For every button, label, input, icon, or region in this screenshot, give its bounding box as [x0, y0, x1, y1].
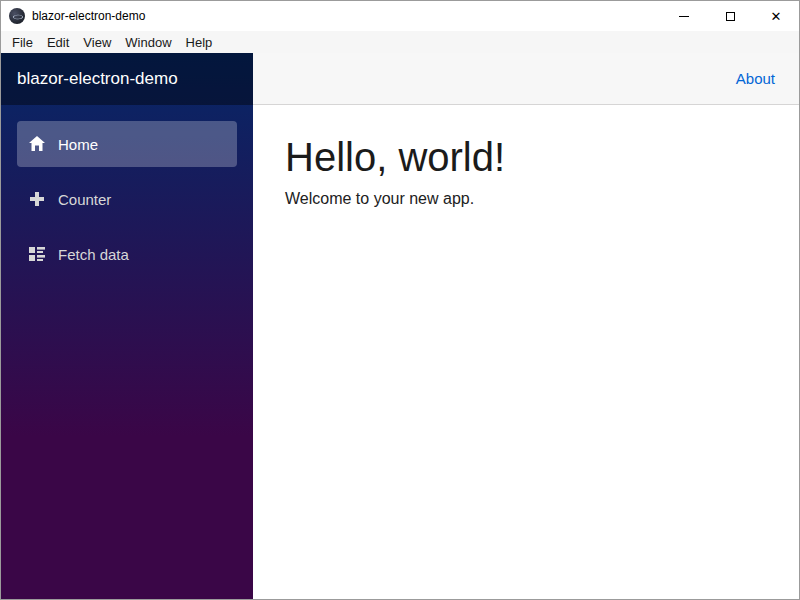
main-area: About Hello, world! Welcome to your new … [253, 53, 799, 599]
plus-icon [29, 191, 45, 207]
sidebar: blazor-electron-demo Home Counter [1, 53, 253, 599]
menu-item-window[interactable]: Window [118, 33, 178, 52]
sidebar-item-label: Home [58, 136, 98, 153]
home-icon [29, 136, 45, 152]
app-icon [9, 8, 25, 24]
sidebar-item-label: Counter [58, 191, 111, 208]
minimize-button[interactable] [661, 1, 707, 31]
sidebar-item-home[interactable]: Home [17, 121, 237, 167]
top-bar: About [253, 53, 799, 105]
sidebar-brand[interactable]: blazor-electron-demo [1, 53, 253, 105]
close-icon: ✕ [771, 10, 782, 23]
list-rich-icon [29, 246, 45, 262]
sidebar-item-fetch-data[interactable]: Fetch data [17, 231, 237, 277]
menu-item-help[interactable]: Help [179, 33, 220, 52]
sidebar-nav: Home Counter [1, 121, 253, 286]
menu-item-view[interactable]: View [76, 33, 118, 52]
sidebar-item-label: Fetch data [58, 246, 129, 263]
menu-item-edit[interactable]: Edit [40, 33, 76, 52]
menu-bar: File Edit View Window Help [1, 31, 799, 53]
title-bar: blazor-electron-demo ✕ [1, 1, 799, 31]
window-title: blazor-electron-demo [32, 9, 145, 23]
minimize-icon [679, 16, 689, 17]
app-window: blazor-electron-demo ✕ File Edit View Wi… [0, 0, 800, 600]
sidebar-item-counter[interactable]: Counter [17, 176, 237, 222]
maximize-button[interactable] [707, 1, 753, 31]
menu-item-file[interactable]: File [5, 33, 40, 52]
page-content: Hello, world! Welcome to your new app. [253, 105, 799, 222]
sidebar-brand-label: blazor-electron-demo [17, 69, 178, 89]
window-controls: ✕ [661, 1, 799, 31]
close-button[interactable]: ✕ [753, 1, 799, 31]
app-body: blazor-electron-demo Home Counter [1, 53, 799, 599]
page-title: Hello, world! [285, 135, 767, 180]
welcome-text: Welcome to your new app. [285, 190, 767, 208]
maximize-icon [726, 12, 735, 21]
about-link[interactable]: About [736, 70, 775, 87]
